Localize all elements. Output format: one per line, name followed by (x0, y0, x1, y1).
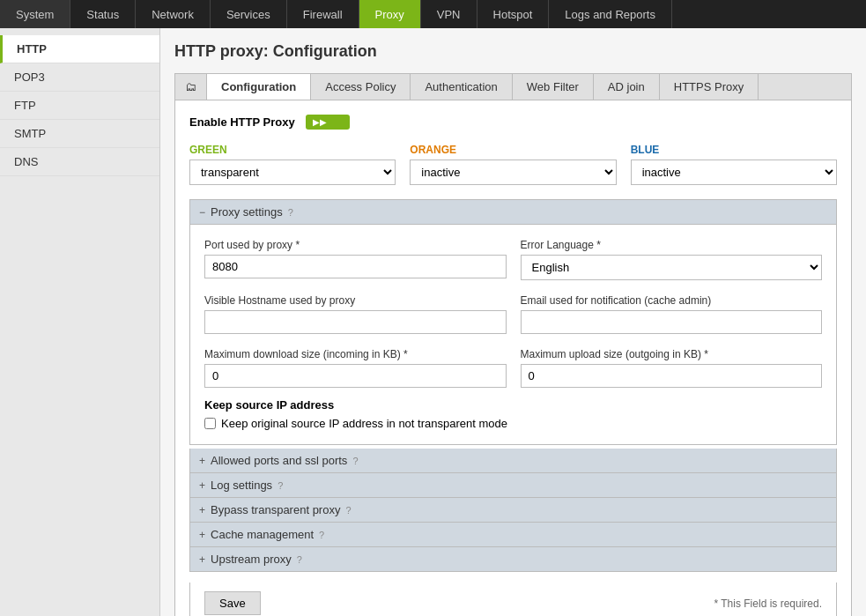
bypass-section[interactable]: + Bypass transparent proxy ? (189, 498, 837, 523)
configuration-content: Enable HTTP Proxy GREEN transparent inac… (174, 100, 852, 616)
orange-interface: ORANGE transparent inactive (410, 144, 616, 185)
upstream-help[interactable]: ? (297, 554, 302, 565)
max-upload-input[interactable] (521, 364, 823, 388)
proxy-settings-help[interactable]: ? (288, 207, 293, 218)
enable-proxy-row: Enable HTTP Proxy (189, 115, 837, 130)
nav-system[interactable]: System (0, 0, 70, 28)
max-download-input[interactable] (204, 364, 507, 388)
enable-proxy-toggle[interactable] (306, 115, 350, 130)
proxy-settings-header[interactable]: − Proxy settings ? (189, 199, 837, 225)
allowed-ports-help[interactable]: ? (352, 456, 358, 466)
bypass-help[interactable]: ? (345, 505, 351, 516)
proxy-settings-content: Port used by proxy * Error Language * En… (189, 225, 837, 445)
bypass-label: Bypass transparent proxy (211, 503, 340, 516)
minus-icon: − (199, 206, 205, 219)
keep-source-title: Keep source IP address (204, 398, 822, 412)
hostname-label: Visible Hostname used by proxy (204, 294, 507, 307)
error-language-group: Error Language * English German French S… (521, 239, 823, 280)
cache-help[interactable]: ? (319, 530, 324, 540)
tab-configuration[interactable]: Configuration (207, 74, 311, 100)
blue-select[interactable]: transparent inactive (631, 160, 837, 185)
tab-authentication[interactable]: Authentication (411, 74, 512, 100)
allowed-ports-section[interactable]: + Allowed ports and ssl ports ? (189, 449, 837, 473)
error-language-label: Error Language * (521, 239, 823, 251)
nav-status[interactable]: Status (70, 0, 136, 28)
plus-icon-1: + (199, 455, 205, 467)
green-label: GREEN (189, 144, 396, 156)
tab-web-filter[interactable]: Web Filter (513, 74, 594, 100)
max-upload-label: Maximum upload size (outgoing in KB) * (521, 348, 823, 360)
tab-bar: 🗂 Configuration Access Policy Authentica… (174, 73, 852, 100)
save-button[interactable]: Save (204, 591, 261, 615)
nav-hotspot[interactable]: Hotspot (477, 0, 550, 28)
nav-network[interactable]: Network (136, 0, 211, 28)
tab-ad-join[interactable]: AD join (594, 74, 660, 100)
nav-firewall[interactable]: Firewall (287, 0, 359, 28)
orange-select[interactable]: transparent inactive (410, 160, 616, 185)
email-label: Email used for notification (cache admin… (521, 294, 823, 307)
proxy-form-grid: Port used by proxy * Error Language * En… (204, 239, 822, 388)
enable-proxy-label: Enable HTTP Proxy (189, 115, 295, 129)
plus-icon-3: + (199, 504, 205, 516)
email-group: Email used for notification (cache admin… (521, 294, 823, 334)
sidebar-item-ftp[interactable]: FTP (0, 92, 159, 120)
cache-section[interactable]: + Cache management ? (189, 523, 837, 547)
max-download-group: Maximum download size (incoming in KB) * (204, 348, 507, 388)
port-input[interactable] (204, 255, 507, 278)
nav-vpn[interactable]: VPN (421, 0, 477, 28)
blue-interface: BLUE transparent inactive (631, 144, 837, 185)
port-label: Port used by proxy * (204, 239, 507, 251)
log-settings-label: Log settings (211, 479, 272, 492)
max-download-label: Maximum download size (incoming in KB) * (204, 348, 507, 360)
plus-icon-2: + (199, 479, 205, 492)
top-navigation: System Status Network Services Firewall … (0, 0, 866, 28)
nav-proxy[interactable]: Proxy (359, 0, 421, 28)
keep-source-section: Keep source IP address Keep original sou… (204, 398, 822, 430)
tab-access-policy[interactable]: Access Policy (311, 74, 411, 100)
sidebar: HTTP POP3 FTP SMTP DNS (0, 28, 160, 616)
log-settings-help[interactable]: ? (278, 480, 283, 491)
sidebar-item-http[interactable]: HTTP (0, 35, 159, 63)
orange-label: ORANGE (410, 144, 616, 156)
tab-folder-icon[interactable]: 🗂 (175, 74, 207, 100)
keep-source-checkbox[interactable] (204, 418, 216, 429)
sidebar-item-dns[interactable]: DNS (0, 148, 159, 176)
email-input[interactable] (521, 310, 823, 334)
upstream-label: Upstream proxy (211, 553, 292, 566)
sidebar-item-smtp[interactable]: SMTP (0, 120, 159, 148)
page-title: HTTP proxy: Configuration (174, 42, 852, 61)
hostname-input[interactable] (204, 310, 507, 334)
port-group: Port used by proxy * (204, 239, 507, 280)
nav-services[interactable]: Services (211, 0, 287, 28)
green-select[interactable]: transparent inactive (189, 160, 396, 185)
error-language-select[interactable]: English German French Spanish (521, 255, 823, 280)
max-upload-group: Maximum upload size (outgoing in KB) * (521, 348, 823, 388)
upstream-section[interactable]: + Upstream proxy ? (189, 547, 837, 572)
keep-source-checkbox-label: Keep original source IP address in not t… (221, 417, 507, 430)
required-note: * This Field is required. (714, 597, 823, 610)
tab-https-proxy[interactable]: HTTPS Proxy (660, 74, 759, 100)
sidebar-item-pop3[interactable]: POP3 (0, 63, 159, 92)
hostname-group: Visible Hostname used by proxy (204, 294, 507, 334)
keep-source-row: Keep original source IP address in not t… (204, 417, 822, 430)
save-row: Save * This Field is required. (189, 583, 837, 616)
plus-icon-5: + (199, 553, 205, 566)
interface-row: GREEN transparent inactive ORANGE transp… (189, 144, 837, 185)
green-interface: GREEN transparent inactive (189, 144, 396, 185)
cache-label: Cache management (211, 528, 314, 541)
blue-label: BLUE (631, 144, 837, 156)
proxy-settings-label: Proxy settings (211, 205, 283, 219)
nav-logs-reports[interactable]: Logs and Reports (549, 0, 672, 28)
main-content: HTTP proxy: Configuration 🗂 Configuratio… (160, 28, 866, 616)
plus-icon-4: + (199, 529, 205, 541)
log-settings-section[interactable]: + Log settings ? (189, 473, 837, 498)
allowed-ports-label: Allowed ports and ssl ports (211, 454, 347, 467)
